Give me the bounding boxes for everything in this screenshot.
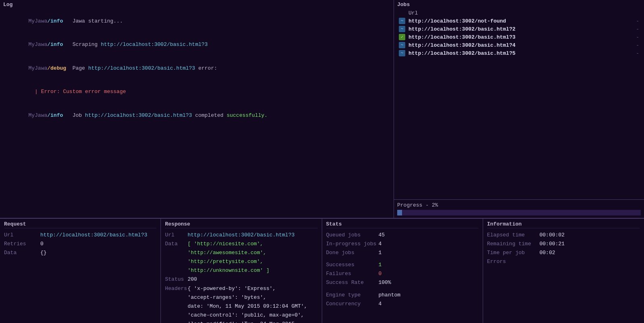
info-perjob-label: Time per job (487, 248, 540, 257)
stats-queued-val: 45 (379, 231, 385, 240)
stats-failures-label: Failures (326, 269, 379, 278)
stats-concurrency-label: Concurrency (326, 300, 379, 309)
response-url-row: Url http://localhost:3002/basic.html?3 (165, 231, 317, 240)
progress-panel: Progress - 2% (394, 200, 644, 218)
response-data-val1: [ 'http://nicesite.com', (188, 240, 263, 248)
right-col: Jobs Url ~http://localhost:3002/not-foun… (394, 0, 644, 218)
response-headers-val1: { 'x-powered-by': 'Express', (188, 284, 275, 293)
job-url-1: http://localhost:3002/basic.html?2 (407, 25, 628, 33)
request-data-label: Data (4, 248, 40, 257)
job-row-4: ~http://localhost:3002/basic.html?5- (397, 49, 641, 57)
request-data-row: Data {} (4, 248, 156, 257)
response-headers-row4: 'cache-control': 'public, max-age=0', (165, 311, 317, 320)
log-app-3: MyJawa (28, 65, 47, 71)
response-data-row2: 'http://awesomesite.com', (165, 248, 317, 257)
stats-queued-row: Queued jobs 45 (326, 231, 479, 240)
tilde-icon: ~ (399, 26, 405, 32)
stats-successes-val: 1 (379, 261, 382, 269)
top-row: Log MyJawa/info Jawa starting... MyJawa/… (0, 0, 644, 218)
response-headers-row3: date: 'Mon, 11 May 2015 09:12:04 GMT', (165, 302, 317, 311)
stats-inprogress-val: 4 (379, 240, 382, 248)
job-val-0: - (628, 17, 641, 25)
info-remaining-val: 00:00:21 (540, 240, 565, 248)
info-errors-row: Errors (487, 257, 640, 266)
log-level-5: /info (47, 112, 63, 118)
log-error-text: | Error: Custom error message (28, 89, 126, 95)
info-elapsed-label: Elapsed time (487, 231, 540, 240)
response-title: Response (165, 221, 317, 228)
information-title: Information (487, 221, 640, 228)
info-elapsed-val: 00:00:02 (540, 231, 565, 240)
bottom-row: Request Url http://localhost:3002/basic.… (0, 218, 644, 323)
response-headers-val5: 'last-modified': 'Tue, 24 Mar 2015 15:29… (188, 320, 317, 323)
tilde-icon: ~ (399, 18, 405, 24)
stats-engine-label: Engine type (326, 291, 379, 300)
job-status-3: ~ (397, 41, 407, 49)
log-level-3: /debug (47, 65, 66, 71)
request-title: Request (4, 221, 156, 228)
stats-done-val: 1 (379, 248, 382, 257)
log-text-5b: completed (192, 112, 227, 118)
stats-rate-label: Success Rate (326, 278, 379, 287)
log-app-1: MyJawa (28, 18, 47, 24)
response-url-val: http://localhost:3002/basic.html?3 (188, 231, 294, 240)
job-url-4: http://localhost:3002/basic.html?5 (407, 49, 628, 57)
request-retries-val: 0 (40, 240, 44, 248)
request-url-val: http://localhost:3002/basic.html?3 (40, 231, 147, 240)
log-app-2: MyJawa (28, 41, 47, 48)
log-text-5a: Job (63, 112, 85, 118)
jobs-col-status (397, 9, 407, 17)
stats-queued-label: Queued jobs (326, 231, 379, 240)
stats-concurrency-val: 4 (379, 300, 382, 309)
stats-concurrency-row: Concurrency 4 (326, 300, 479, 309)
response-data-val4: 'http://unknownsite.com' ] (188, 266, 269, 275)
log-url-3: http://localhost:3002/basic.html?3 (88, 65, 195, 71)
request-url-label: Url (4, 231, 40, 240)
response-headers-val4: 'cache-control': 'public, max-age=0', (188, 311, 304, 320)
request-url-row: Url http://localhost:3002/basic.html?3 (4, 231, 156, 240)
response-headers-row1: Headers { 'x-powered-by': 'Express', (165, 284, 317, 293)
log-title: Log (3, 2, 390, 8)
stats-inprogress-label: In-progress jobs (326, 240, 379, 248)
job-val-3: - (628, 41, 641, 49)
stats-done-label: Done jobs (326, 248, 379, 257)
job-url-2: http://localhost:3002/basic.html?3 (407, 33, 628, 41)
log-success-5: successfully. (227, 112, 267, 118)
response-data-val2: 'http://awesomesite.com', (188, 248, 266, 257)
stats-inprogress-row: In-progress jobs 4 (326, 240, 479, 248)
job-val-2: - (628, 33, 641, 41)
info-perjob-val: 00:02 (540, 248, 555, 257)
stats-successes-row: Successes 1 (326, 261, 479, 269)
stats-successes-label: Successes (326, 261, 379, 269)
log-text-3b: error: (195, 65, 217, 71)
log-level-2: /info (47, 41, 63, 48)
job-val-4: - (628, 49, 641, 57)
stats-title: Stats (326, 221, 479, 228)
job-val-1: - (628, 25, 641, 33)
log-text-1: Jawa starting... (63, 18, 123, 24)
response-status-val: 200 (188, 275, 197, 284)
log-line-5: MyJawa/info Job http://localhost:3002/ba… (3, 104, 390, 127)
log-url-5: http://localhost:3002/basic.html?3 (85, 112, 192, 118)
info-perjob-row: Time per job 00:02 (487, 248, 640, 257)
job-url-3: http://localhost:3002/basic.html?4 (407, 41, 628, 49)
job-row-1: ~http://localhost:3002/basic.html?2- (397, 25, 641, 33)
jobs-body: ~http://localhost:3002/not-found-~http:/… (397, 17, 641, 57)
job-status-2: ✓ (397, 33, 407, 41)
stats-done-row: Done jobs 1 (326, 248, 479, 257)
response-data-val3: 'http://prettysite.com', (188, 257, 263, 266)
jobs-panel: Jobs Url ~http://localhost:3002/not-foun… (394, 0, 644, 200)
job-status-1: ~ (397, 25, 407, 33)
log-line-3: MyJawa/debug Page http://localhost:3002/… (3, 56, 390, 80)
response-headers-val3: date: 'Mon, 11 May 2015 09:12:04 GMT', (188, 302, 307, 311)
main-grid: Log MyJawa/info Jawa starting... MyJawa/… (0, 0, 644, 323)
log-panel: Log MyJawa/info Jawa starting... MyJawa/… (0, 0, 394, 218)
request-panel: Request Url http://localhost:3002/basic.… (0, 219, 161, 323)
jobs-table: Url ~http://localhost:3002/not-found-~ht… (397, 9, 641, 57)
request-retries-row: Retries 0 (4, 240, 156, 248)
info-errors-label: Errors (487, 257, 540, 266)
request-data-val: {} (40, 248, 47, 257)
response-panel: Response Url http://localhost:3002/basic… (161, 219, 322, 323)
response-data-row1: Data [ 'http://nicesite.com', (165, 240, 317, 248)
job-status-4: ~ (397, 49, 407, 57)
